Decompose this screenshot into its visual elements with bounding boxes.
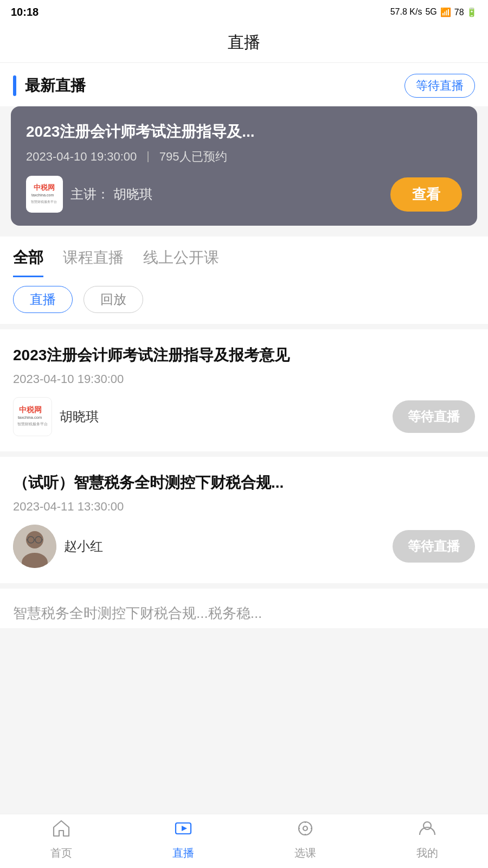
filter-row: 直播 回放	[0, 277, 488, 324]
nav-item-profile[interactable]: 我的	[366, 819, 488, 860]
instructor-info: 中税网 taxchina.com 智慧财税服务平台 主讲： 胡晓琪	[26, 176, 152, 213]
svg-text:taxchina.com: taxchina.com	[18, 415, 42, 420]
nav-label-course: 选课	[294, 846, 316, 860]
featured-card-title: 2023注册会计师考试注册指导及...	[26, 122, 462, 142]
profile-icon	[418, 819, 437, 843]
meta-divider	[147, 151, 149, 162]
page-title: 直播	[228, 33, 260, 51]
instructor-name: 胡晓琪	[113, 187, 152, 201]
list-item-1-name: 胡晓琪	[60, 408, 99, 425]
live-icon	[174, 819, 193, 843]
list-item-2-time: 2023-04-11 13:30:00	[13, 500, 475, 514]
battery-icon: 78 🔋	[454, 7, 477, 17]
wifi-icon: 📶	[440, 7, 451, 17]
list-item-1-instructor: 中税网 taxchina.com 智慧财税服务平台 胡晓琪	[13, 397, 99, 436]
list-item-1-time: 2023-04-10 19:30:00	[13, 372, 475, 386]
nav-item-live[interactable]: 直播	[122, 819, 244, 860]
list-item-1-status-button[interactable]: 等待直播	[393, 400, 475, 433]
svg-text:中税网: 中税网	[19, 405, 42, 414]
svg-text:taxchina.com: taxchina.com	[31, 193, 54, 197]
list-item-1: 2023注册会计师考试注册指导及报考意见 2023-04-10 19:30:00…	[0, 329, 488, 451]
list-item-1-logo: 中税网 taxchina.com 智慧财税服务平台	[13, 397, 52, 436]
instructor-prefix: 主讲：	[70, 187, 110, 201]
section-accent	[13, 75, 16, 96]
home-icon	[52, 819, 71, 843]
partial-title: 智慧税务全时测控下财税合规...税务稳...	[13, 604, 475, 623]
featured-logo: 中税网 taxchina.com 智慧财税服务平台	[26, 176, 63, 213]
featured-card-meta: 2023-04-10 19:30:00 795人已预约	[26, 149, 462, 165]
filter-replay-button[interactable]: 回放	[84, 286, 143, 313]
svg-text:智慧财税服务平台: 智慧财税服务平台	[17, 422, 48, 426]
featured-card-bottom: 中税网 taxchina.com 智慧财税服务平台 主讲： 胡晓琪 查看	[26, 176, 462, 213]
svg-point-19	[303, 826, 307, 831]
network-icon: 5G	[425, 7, 436, 17]
list-item-2: （试听）智慧税务全时测控下财税合规... 2023-04-11 13:30:00	[0, 457, 488, 583]
nav-label-home: 首页	[50, 846, 72, 860]
tab-all[interactable]: 全部	[13, 247, 43, 277]
list-item-1-bottom: 中税网 taxchina.com 智慧财税服务平台 胡晓琪 等待直播	[13, 397, 475, 436]
section-title: 最新直播	[25, 75, 396, 96]
status-icons: 57.8 K/s 5G 📶 78 🔋	[390, 7, 477, 17]
bottom-nav: 首页 直播 选课	[0, 814, 488, 868]
status-time: 10:18	[11, 6, 38, 18]
avatar-svg-2	[13, 525, 56, 568]
nav-label-live: 直播	[172, 846, 194, 860]
featured-card: 2023注册会计师考试注册指导及... 2023-04-10 19:30:00 …	[11, 106, 477, 226]
list-item-2-bottom: 赵小红 等待直播	[13, 525, 475, 568]
status-bar: 10:18 57.8 K/s 5G 📶 78 🔋	[0, 0, 488, 24]
nav-item-home[interactable]: 首页	[0, 819, 122, 860]
list-item-2-name: 赵小红	[64, 538, 103, 555]
filter-live-button[interactable]: 直播	[13, 286, 73, 313]
nav-item-course[interactable]: 选课	[244, 819, 366, 860]
waiting-badge-button[interactable]: 等待直播	[404, 74, 475, 98]
category-tabs: 全部 课程直播 线上公开课	[0, 237, 488, 277]
list-item-2-avatar	[13, 525, 56, 568]
svg-text:智慧财税服务平台: 智慧财税服务平台	[31, 200, 57, 203]
taxchina-logo-svg: 中税网 taxchina.com 智慧财税服务平台	[29, 178, 60, 208]
page-title-bar: 直播	[0, 24, 488, 63]
signal-icon: 57.8 K/s	[390, 7, 422, 17]
view-button[interactable]: 查看	[390, 177, 462, 212]
section-header: 最新直播 等待直播	[0, 63, 488, 106]
list-item-2-title: （试听）智慧税务全时测控下财税合规...	[13, 472, 475, 493]
featured-subscribed: 795人已预约	[159, 149, 227, 165]
featured-date: 2023-04-10 19:30:00	[26, 150, 137, 164]
main-content: 最新直播 等待直播 2023注册会计师考试注册指导及... 2023-04-10…	[0, 63, 488, 688]
list-item-2-status-button[interactable]: 等待直播	[393, 530, 475, 563]
list-logo-svg-1: 中税网 taxchina.com 智慧财税服务平台	[16, 400, 49, 433]
svg-point-18	[299, 822, 312, 835]
tab-online-open[interactable]: 线上公开课	[143, 247, 219, 277]
course-icon	[296, 819, 315, 843]
svg-text:中税网: 中税网	[34, 183, 55, 192]
list-item-1-title: 2023注册会计师考试注册指导及报考意见	[13, 344, 475, 366]
instructor-label: 主讲： 胡晓琪	[70, 186, 152, 203]
nav-label-profile: 我的	[416, 846, 438, 860]
partial-card: 智慧税务全时测控下财税合规...税务稳...	[0, 589, 488, 628]
svg-marker-17	[182, 826, 187, 831]
logo-inner: 中税网 taxchina.com 智慧财税服务平台	[29, 178, 60, 210]
tab-course-live[interactable]: 课程直播	[63, 247, 124, 277]
list-item-2-instructor: 赵小红	[13, 525, 103, 568]
